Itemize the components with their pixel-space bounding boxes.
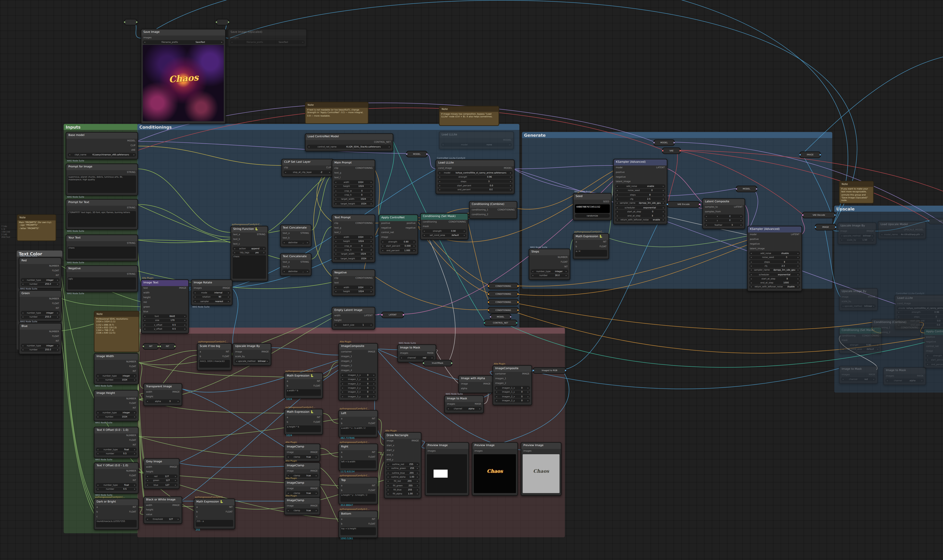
decrement-icon[interactable]: ◂ — [898, 311, 899, 314]
increment-icon[interactable]: ▸ — [371, 198, 372, 200]
output-slot-CONDITIONING[interactable]: CONDITIONING — [901, 326, 919, 329]
output-slot-FLOAT[interactable]: FLOAT — [600, 245, 607, 248]
increment-icon[interactable]: ▸ — [417, 476, 418, 478]
input-slot-icon[interactable] — [532, 369, 534, 371]
output-slot-icon[interactable] — [174, 345, 176, 347]
widget-imagen_2_y[interactable]: ◂imagen_2_y0▸ — [340, 386, 376, 390]
increment-icon[interactable]: ▸ — [663, 198, 664, 200]
output-slot-FLOAT[interactable]: FLOAT — [129, 474, 137, 477]
node-bottom-expression[interactable]: pythongosssss/ComfyUI-C...BottomaINTbFLO… — [338, 511, 378, 538]
text-widget[interactable]: supernova, planet chunks, debris, lumino… — [68, 175, 136, 193]
node-title[interactable]: Dark or Bright — [94, 499, 138, 505]
increment-icon[interactable]: ▸ — [57, 283, 58, 286]
input-slot-image[interactable]: image — [840, 230, 848, 232]
input-slot-negative[interactable]: negative — [749, 243, 760, 245]
input-slot-samples_from[interactable]: samples_from — [704, 211, 721, 213]
decrement-icon[interactable]: ◂ — [234, 252, 235, 254]
increment-icon[interactable]: ▸ — [185, 319, 185, 322]
output-slot-NUMBER[interactable]: NUMBER — [49, 297, 60, 300]
input-slot-icon[interactable] — [488, 309, 489, 311]
decrement-icon[interactable]: ◂ — [751, 269, 752, 272]
input-slot-image[interactable]: image — [286, 451, 294, 454]
input-slot-images[interactable]: images — [427, 449, 436, 452]
widget-stop_at_clip_layer[interactable]: ◂stop_at_clip_layer-2▸ — [283, 171, 332, 174]
decrement-icon[interactable]: ◂ — [388, 488, 388, 491]
widget-fill_red[interactable]: ◂fill_red255▸ — [386, 480, 420, 483]
decrement-icon[interactable]: ◂ — [751, 277, 752, 280]
output-slot-FLOAT[interactable]: FLOAT — [129, 511, 137, 513]
output-slot-FLOAT[interactable]: FLOAT — [52, 269, 60, 272]
node-preview-image-1[interactable]: Preview Imageimages — [425, 442, 469, 496]
input-slot-b[interactable]: b — [195, 511, 198, 513]
node-up-load-upscale-model[interactable]: Load Upscale ModelUPSCALE_MODEL◂model_na… — [878, 221, 926, 239]
input-slot-a[interactable]: a — [199, 351, 201, 353]
widget-set_cond_area[interactable]: ◂set_cond_areadefault▸ — [422, 234, 466, 237]
node-title[interactable]: Apply ControlNet — [379, 215, 418, 221]
node-title[interactable]: Empty Latent Image — [332, 308, 375, 313]
decrement-icon[interactable]: ◂ — [342, 378, 343, 381]
increment-icon[interactable]: ▸ — [566, 270, 567, 273]
node-title[interactable]: Image Text — [142, 280, 188, 286]
node-title[interactable]: CLIP Set Last Layer — [282, 160, 333, 165]
decrement-icon[interactable]: ◂ — [147, 475, 148, 478]
input-slot-icon[interactable] — [423, 362, 425, 364]
widget-height[interactable]: ◂height1024▸ — [334, 185, 373, 188]
decrement-icon[interactable]: ◂ — [234, 248, 235, 250]
widget-mode[interactable]: ◂modeinternal▸ — [193, 291, 231, 295]
increment-icon[interactable]: ▸ — [302, 41, 303, 43]
output-slot-INT[interactable]: INT — [564, 265, 568, 268]
decrement-icon[interactable]: ◂ — [97, 488, 98, 491]
decrement-icon[interactable]: ◂ — [927, 358, 928, 361]
output-slot-INT[interactable]: INT — [55, 340, 60, 342]
widget-imagen_3_x[interactable]: ◂imagen_3_x0▸ — [340, 390, 376, 394]
input-slot-model[interactable]: model — [749, 233, 757, 236]
decrement-icon[interactable]: ◂ — [617, 219, 617, 222]
output-slot-INT[interactable]: INT — [317, 416, 321, 419]
input-slot-images[interactable]: images — [885, 374, 894, 377]
increment-icon[interactable]: ▸ — [134, 411, 135, 414]
text-widget[interactable]: chaos — [68, 246, 136, 258]
output-slot-INT[interactable]: INT — [132, 506, 137, 509]
widget-imagen_2_y[interactable]: ◂imagen_2_y0▸ — [494, 399, 530, 402]
input-slot-icon[interactable] — [159, 345, 161, 347]
output-slot-NUMBER[interactable]: NUMBER — [126, 397, 137, 400]
input-slot-conditioning[interactable]: conditioning — [422, 220, 437, 223]
node-up-conditioning-set-mask[interactable]: Conditioning (Set Mask)conditioningCONDI… — [839, 327, 882, 354]
widget-end_percent[interactable]: ◂end_percent1.000▸ — [926, 362, 943, 366]
widget-steps[interactable]: ◂steps8▸ — [749, 260, 800, 264]
decrement-icon[interactable]: ◂ — [97, 375, 98, 377]
output-slot-CLIP[interactable]: CLIP — [131, 144, 136, 147]
input-slot-height[interactable]: height — [145, 509, 153, 511]
output-slot-IMAGE[interactable]: IMAGE — [223, 287, 231, 289]
widget-number_type[interactable]: ◂number_typeinteger▸ — [96, 374, 137, 378]
widget-y[interactable]: ◂y0▸ — [704, 219, 743, 223]
decrement-icon[interactable]: ◂ — [231, 41, 232, 43]
decrement-icon[interactable]: ◂ — [335, 194, 336, 196]
input-slot-a[interactable]: a — [340, 451, 343, 454]
input-slot-image[interactable]: image — [381, 236, 388, 238]
input-slot-image[interactable]: image — [460, 383, 468, 385]
decrement-icon[interactable]: ◂ — [342, 395, 343, 398]
widget-number[interactable]: ◂number0.5▸ — [96, 452, 137, 455]
widget-outline_green[interactable]: ◂outline_green255▸ — [386, 467, 420, 471]
node-preview-image-2[interactable]: Preview ImageimagesChaos — [472, 442, 518, 496]
widget-add_noise[interactable]: ◂add_noiseenable▸ — [615, 185, 665, 188]
widget-number[interactable]: ◂number255.0▸ — [21, 348, 60, 352]
output-slot-icon[interactable] — [755, 188, 757, 190]
input-slot-imagen_2[interactable]: imagen_2 — [494, 382, 506, 385]
input-slot-container[interactable]: container — [340, 351, 352, 353]
note-resolutions[interactable]: NoteProfessional SDXL resolutions: 1024 … — [94, 311, 139, 352]
increment-icon[interactable]: ▸ — [874, 378, 874, 381]
decrement-icon[interactable]: ◂ — [439, 180, 440, 183]
input-slot-icon[interactable] — [488, 301, 489, 303]
node-negative-text[interactable]: WAS Node SuiteNegativeSTRINGugly — [66, 265, 138, 292]
decrement-icon[interactable]: ◂ — [496, 387, 497, 389]
output-slot-MASK[interactable]: MASK — [917, 374, 924, 377]
node-text-concatenate-1[interactable]: Text Concatenatetext_aSTRINGtext_b◂delim… — [280, 225, 312, 247]
input-slot-icon[interactable] — [406, 153, 408, 155]
output-slot-FLOAT[interactable]: FLOAT — [368, 455, 376, 458]
output-slot-CLIP[interactable]: CLIP — [326, 166, 332, 169]
output-slot-FLOAT[interactable]: FLOAT — [52, 302, 60, 305]
increment-icon[interactable]: ▸ — [316, 492, 317, 495]
output-slot-INT[interactable]: INT — [55, 274, 60, 277]
